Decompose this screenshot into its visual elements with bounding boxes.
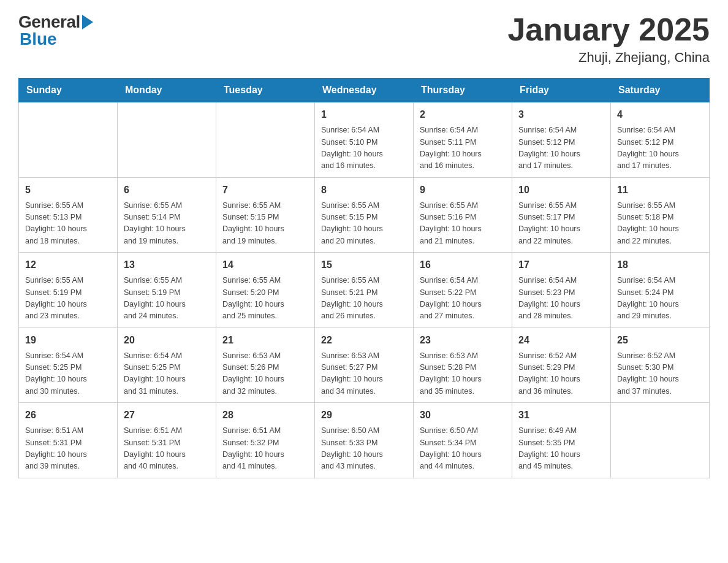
day-number: 27	[124, 408, 210, 423]
calendar-week-3: 12Sunrise: 6:55 AM Sunset: 5:19 PM Dayli…	[19, 253, 710, 328]
calendar-week-5: 26Sunrise: 6:51 AM Sunset: 5:31 PM Dayli…	[19, 403, 710, 478]
day-info: Sunrise: 6:50 AM Sunset: 5:33 PM Dayligh…	[321, 425, 407, 473]
day-number: 26	[25, 408, 111, 423]
day-info: Sunrise: 6:54 AM Sunset: 5:23 PM Dayligh…	[518, 275, 604, 323]
day-info: Sunrise: 6:54 AM Sunset: 5:12 PM Dayligh…	[518, 124, 604, 172]
day-info: Sunrise: 6:51 AM Sunset: 5:31 PM Dayligh…	[25, 425, 111, 473]
page-title: January 2025	[507, 12, 710, 47]
calendar-cell-w4-d5: 23Sunrise: 6:53 AM Sunset: 5:28 PM Dayli…	[414, 327, 512, 403]
day-info: Sunrise: 6:54 AM Sunset: 5:25 PM Dayligh…	[124, 350, 210, 398]
header-thursday: Thursday	[414, 79, 512, 102]
day-info: Sunrise: 6:54 AM Sunset: 5:11 PM Dayligh…	[420, 124, 506, 172]
day-number: 16	[420, 258, 506, 272]
day-number: 30	[420, 408, 506, 423]
day-number: 15	[321, 258, 407, 272]
day-info: Sunrise: 6:55 AM Sunset: 5:13 PM Dayligh…	[25, 200, 111, 248]
day-number: 12	[25, 258, 111, 272]
day-info: Sunrise: 6:55 AM Sunset: 5:21 PM Dayligh…	[321, 275, 407, 323]
day-number: 28	[222, 408, 308, 423]
day-number: 7	[222, 183, 308, 197]
calendar-cell-w4-d7: 25Sunrise: 6:52 AM Sunset: 5:30 PM Dayli…	[611, 327, 710, 403]
calendar-cell-w2-d1: 5Sunrise: 6:55 AM Sunset: 5:13 PM Daylig…	[19, 177, 118, 253]
day-info: Sunrise: 6:55 AM Sunset: 5:19 PM Dayligh…	[124, 275, 210, 323]
day-info: Sunrise: 6:49 AM Sunset: 5:35 PM Dayligh…	[518, 425, 604, 473]
header-saturday: Saturday	[611, 79, 710, 102]
day-info: Sunrise: 6:55 AM Sunset: 5:20 PM Dayligh…	[222, 275, 308, 323]
day-number: 6	[124, 183, 210, 197]
day-info: Sunrise: 6:54 AM Sunset: 5:10 PM Dayligh…	[321, 124, 407, 172]
day-number: 20	[124, 333, 210, 348]
calendar-week-2: 5Sunrise: 6:55 AM Sunset: 5:13 PM Daylig…	[19, 177, 710, 253]
day-number: 29	[321, 408, 407, 423]
calendar-cell-w2-d7: 11Sunrise: 6:55 AM Sunset: 5:18 PM Dayli…	[611, 177, 710, 253]
calendar-cell-w2-d6: 10Sunrise: 6:55 AM Sunset: 5:17 PM Dayli…	[512, 177, 611, 253]
calendar-cell-w2-d4: 8Sunrise: 6:55 AM Sunset: 5:15 PM Daylig…	[315, 177, 414, 253]
day-info: Sunrise: 6:53 AM Sunset: 5:27 PM Dayligh…	[321, 350, 407, 398]
day-number: 23	[420, 333, 506, 348]
calendar-cell-w3-d2: 13Sunrise: 6:55 AM Sunset: 5:19 PM Dayli…	[118, 253, 216, 328]
logo: General Blue	[18, 12, 93, 49]
calendar-cell-w1-d3	[216, 102, 315, 178]
calendar-cell-w3-d3: 14Sunrise: 6:55 AM Sunset: 5:20 PM Dayli…	[216, 253, 315, 328]
calendar-cell-w5-d6: 31Sunrise: 6:49 AM Sunset: 5:35 PM Dayli…	[512, 403, 611, 478]
calendar-cell-w1-d4: 1Sunrise: 6:54 AM Sunset: 5:10 PM Daylig…	[315, 102, 414, 178]
calendar-cell-w2-d5: 9Sunrise: 6:55 AM Sunset: 5:16 PM Daylig…	[414, 177, 512, 253]
calendar-cell-w5-d7	[611, 403, 710, 478]
header-sunday: Sunday	[19, 79, 118, 102]
page-subtitle: Zhuji, Zhejiang, China	[507, 50, 710, 66]
day-info: Sunrise: 6:51 AM Sunset: 5:32 PM Dayligh…	[222, 425, 308, 473]
day-number: 24	[518, 333, 604, 348]
calendar-cell-w4-d3: 21Sunrise: 6:53 AM Sunset: 5:26 PM Dayli…	[216, 327, 315, 403]
logo-triangle-icon	[82, 15, 93, 29]
day-number: 4	[617, 107, 703, 122]
day-info: Sunrise: 6:53 AM Sunset: 5:28 PM Dayligh…	[420, 350, 506, 398]
page-header: General Blue January 2025 Zhuji, Zhejian…	[18, 12, 710, 66]
day-info: Sunrise: 6:55 AM Sunset: 5:17 PM Dayligh…	[518, 200, 604, 248]
calendar-table: Sunday Monday Tuesday Wednesday Thursday…	[18, 78, 710, 478]
calendar-week-1: 1Sunrise: 6:54 AM Sunset: 5:10 PM Daylig…	[19, 102, 710, 178]
day-info: Sunrise: 6:55 AM Sunset: 5:16 PM Dayligh…	[420, 200, 506, 248]
calendar-cell-w5-d1: 26Sunrise: 6:51 AM Sunset: 5:31 PM Dayli…	[19, 403, 118, 478]
calendar-cell-w5-d4: 29Sunrise: 6:50 AM Sunset: 5:33 PM Dayli…	[315, 403, 414, 478]
calendar-cell-w1-d1	[19, 102, 118, 178]
calendar-cell-w1-d2	[118, 102, 216, 178]
calendar-cell-w5-d3: 28Sunrise: 6:51 AM Sunset: 5:32 PM Dayli…	[216, 403, 315, 478]
day-number: 17	[518, 258, 604, 272]
day-info: Sunrise: 6:54 AM Sunset: 5:12 PM Dayligh…	[617, 124, 703, 172]
calendar-cell-w4-d2: 20Sunrise: 6:54 AM Sunset: 5:25 PM Dayli…	[118, 327, 216, 403]
day-info: Sunrise: 6:52 AM Sunset: 5:29 PM Dayligh…	[518, 350, 604, 398]
header-monday: Monday	[118, 79, 216, 102]
header-wednesday: Wednesday	[315, 79, 414, 102]
calendar-cell-w1-d6: 3Sunrise: 6:54 AM Sunset: 5:12 PM Daylig…	[512, 102, 611, 178]
day-number: 2	[420, 107, 506, 122]
calendar-cell-w2-d2: 6Sunrise: 6:55 AM Sunset: 5:14 PM Daylig…	[118, 177, 216, 253]
day-number: 9	[420, 183, 506, 197]
day-number: 5	[25, 183, 111, 197]
logo-blue-text: Blue	[18, 29, 57, 49]
day-number: 14	[222, 258, 308, 272]
day-number: 25	[617, 333, 703, 348]
day-info: Sunrise: 6:55 AM Sunset: 5:15 PM Dayligh…	[222, 200, 308, 248]
day-info: Sunrise: 6:55 AM Sunset: 5:15 PM Dayligh…	[321, 200, 407, 248]
day-number: 19	[25, 333, 111, 348]
day-number: 22	[321, 333, 407, 348]
calendar-cell-w5-d2: 27Sunrise: 6:51 AM Sunset: 5:31 PM Dayli…	[118, 403, 216, 478]
calendar-cell-w4-d4: 22Sunrise: 6:53 AM Sunset: 5:27 PM Dayli…	[315, 327, 414, 403]
calendar-cell-w5-d5: 30Sunrise: 6:50 AM Sunset: 5:34 PM Dayli…	[414, 403, 512, 478]
title-block: January 2025 Zhuji, Zhejiang, China	[507, 12, 710, 66]
calendar-cell-w3-d6: 17Sunrise: 6:54 AM Sunset: 5:23 PM Dayli…	[512, 253, 611, 328]
day-info: Sunrise: 6:51 AM Sunset: 5:31 PM Dayligh…	[124, 425, 210, 473]
calendar-week-4: 19Sunrise: 6:54 AM Sunset: 5:25 PM Dayli…	[19, 327, 710, 403]
day-info: Sunrise: 6:50 AM Sunset: 5:34 PM Dayligh…	[420, 425, 506, 473]
day-number: 10	[518, 183, 604, 197]
header-tuesday: Tuesday	[216, 79, 315, 102]
day-number: 18	[617, 258, 703, 272]
calendar-cell-w1-d5: 2Sunrise: 6:54 AM Sunset: 5:11 PM Daylig…	[414, 102, 512, 178]
day-number: 1	[321, 107, 407, 122]
day-info: Sunrise: 6:54 AM Sunset: 5:25 PM Dayligh…	[25, 350, 111, 398]
day-number: 11	[617, 183, 703, 197]
day-info: Sunrise: 6:55 AM Sunset: 5:18 PM Dayligh…	[617, 200, 703, 248]
calendar-cell-w4-d1: 19Sunrise: 6:54 AM Sunset: 5:25 PM Dayli…	[19, 327, 118, 403]
day-number: 8	[321, 183, 407, 197]
day-number: 13	[124, 258, 210, 272]
